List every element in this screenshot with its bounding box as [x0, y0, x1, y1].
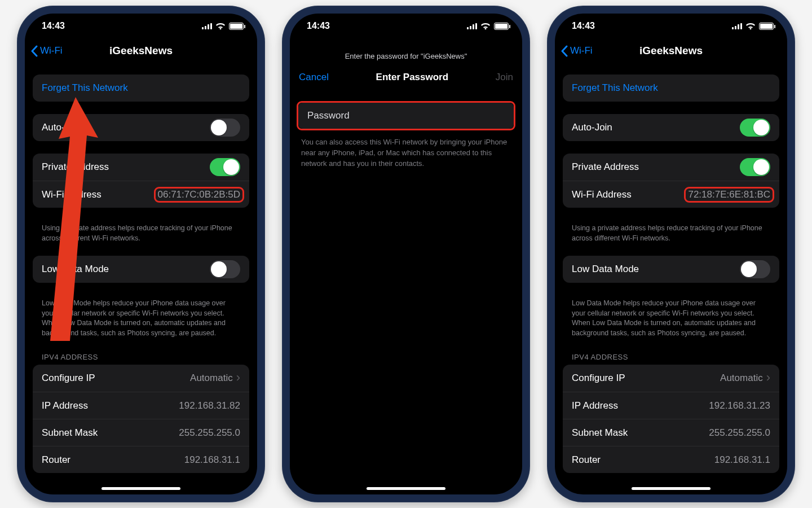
configure-ip-row[interactable]: Configure IP Automatic [33, 365, 249, 392]
screen: 14:43 Wi-Fi iGeeksNews Forget This Netwo… [25, 14, 257, 494]
low-data-footer: Low Data Mode helps reduce your iPhone d… [33, 295, 249, 338]
modal-title: Enter Password [376, 72, 449, 83]
ipv4-header: IPV4 ADDRESS [33, 348, 249, 365]
password-prompt: Enter the password for "iGeeksNews" [290, 52, 522, 60]
nav-bar: Wi-Fi iGeeksNews [555, 38, 787, 63]
ip-address-label: IP Address [572, 400, 618, 411]
configure-ip-label: Configure IP [42, 373, 95, 384]
status-icons [202, 23, 244, 30]
page-title: iGeeksNews [639, 45, 703, 57]
cancel-button[interactable]: Cancel [299, 72, 329, 83]
back-label: Wi-Fi [570, 45, 593, 56]
ip-address-row: IP Address 192.168.31.82 [33, 392, 249, 419]
private-address-label: Private Address [42, 161, 109, 173]
low-data-row[interactable]: Low Data Mode [563, 256, 779, 283]
battery-icon [229, 23, 244, 30]
auto-join-label: Auto-Join [42, 122, 82, 133]
private-address-footer: Using a private address helps reduce tra… [563, 220, 779, 243]
page-title: iGeeksNews [109, 45, 173, 57]
private-address-row[interactable]: Private Address [563, 154, 779, 181]
screen: 14:43 Wi-Fi iGeeksNews Forget This Netwo… [555, 14, 787, 494]
router-label: Router [572, 454, 601, 466]
cellular-icon [467, 23, 477, 29]
battery-icon [759, 23, 774, 30]
modal-nav: Cancel Enter Password Join [290, 66, 522, 89]
home-indicator[interactable] [102, 487, 180, 490]
status-time: 14:43 [572, 21, 595, 31]
notch [90, 14, 192, 29]
configure-ip-label: Configure IP [572, 373, 625, 384]
chevron-left-icon [561, 45, 568, 57]
auto-join-toggle[interactable] [210, 119, 240, 137]
subnet-value: 255.255.255.0 [709, 427, 770, 439]
low-data-row[interactable]: Low Data Mode [33, 256, 249, 283]
private-address-row[interactable]: Private Address [33, 154, 249, 181]
configure-ip-row[interactable]: Configure IP Automatic [563, 365, 779, 392]
status-time: 14:43 [307, 21, 330, 31]
password-note: You can also access this Wi-Fi network b… [290, 130, 522, 169]
content[interactable]: Forget This Network Auto-Join Private Ad… [25, 63, 257, 494]
low-data-label: Low Data Mode [572, 264, 639, 275]
private-address-label: Private Address [572, 161, 639, 173]
wifi-address-row: Wi-Fi Address 72:18:7E:6E:81:BC [563, 181, 779, 208]
status-icons [467, 23, 509, 30]
wifi-address-value: 72:18:7E:6E:81:BC [686, 189, 773, 201]
forget-network-button[interactable]: Forget This Network [563, 75, 779, 102]
configure-ip-value: Automatic [720, 373, 770, 384]
ip-address-row: IP Address 192.168.31.23 [563, 392, 779, 419]
join-button[interactable]: Join [496, 72, 513, 83]
screen: 14:43 Enter the password for "iGeeksNews… [290, 14, 522, 494]
chevron-left-icon [30, 45, 38, 57]
wifi-address-label: Wi-Fi Address [42, 189, 102, 200]
low-data-toggle[interactable] [210, 260, 240, 278]
ip-address-value: 192.168.31.82 [179, 400, 240, 411]
router-value: 192.168.31.1 [184, 454, 240, 466]
subnet-value: 255.255.255.0 [179, 427, 240, 439]
wifi-address-row: Wi-Fi Address 06:71:7C:0B:2B:5D [33, 181, 249, 208]
configure-ip-value: Automatic [190, 373, 240, 384]
notch [620, 14, 722, 29]
auto-join-toggle[interactable] [740, 119, 770, 137]
wifi-icon [745, 23, 756, 30]
nav-bar: Wi-Fi iGeeksNews [25, 38, 257, 63]
private-address-toggle[interactable] [740, 158, 770, 176]
auto-join-label: Auto-Join [572, 122, 612, 133]
back-button[interactable]: Wi-Fi [561, 38, 593, 63]
cellular-icon [732, 23, 742, 29]
private-address-toggle[interactable] [210, 158, 240, 176]
phone-left: 14:43 Wi-Fi iGeeksNews Forget This Netwo… [17, 6, 265, 502]
wifi-icon [215, 23, 226, 30]
subnet-row: Subnet Mask 255.255.255.0 [33, 419, 249, 446]
password-field-highlight: Password [297, 101, 515, 130]
low-data-toggle[interactable] [740, 260, 770, 278]
ipv4-header: IPV4 ADDRESS [563, 348, 779, 365]
phone-right: 14:43 Wi-Fi iGeeksNews Forget This Netwo… [547, 6, 795, 502]
wifi-icon [480, 23, 491, 30]
subnet-label: Subnet Mask [572, 427, 628, 439]
back-label: Wi-Fi [40, 45, 63, 56]
content[interactable]: Forget This Network Auto-Join Private Ad… [555, 63, 787, 494]
back-button[interactable]: Wi-Fi [30, 38, 63, 63]
cellular-icon [202, 23, 212, 29]
status-time: 14:43 [42, 21, 65, 31]
auto-join-row[interactable]: Auto-Join [33, 114, 249, 141]
password-field[interactable]: Password [298, 103, 514, 129]
router-row: Router 192.168.31.1 [33, 446, 249, 473]
password-label: Password [307, 110, 350, 121]
router-row: Router 192.168.31.1 [563, 446, 779, 473]
router-label: Router [42, 454, 70, 466]
router-value: 192.168.31.1 [714, 454, 770, 466]
ip-address-label: IP Address [42, 400, 88, 411]
auto-join-row[interactable]: Auto-Join [563, 114, 779, 141]
home-indicator[interactable] [632, 487, 710, 490]
status-icons [732, 23, 774, 30]
private-address-footer: Using a private address helps reduce tra… [33, 220, 249, 243]
subnet-row: Subnet Mask 255.255.255.0 [563, 419, 779, 446]
subnet-label: Subnet Mask [42, 427, 98, 439]
wifi-address-label: Wi-Fi Address [572, 189, 632, 200]
phone-middle: 14:43 Enter the password for "iGeeksNews… [282, 6, 530, 502]
low-data-label: Low Data Mode [42, 264, 109, 275]
home-indicator[interactable] [367, 487, 445, 490]
forget-network-button[interactable]: Forget This Network [33, 75, 249, 102]
ip-address-value: 192.168.31.23 [709, 400, 770, 411]
